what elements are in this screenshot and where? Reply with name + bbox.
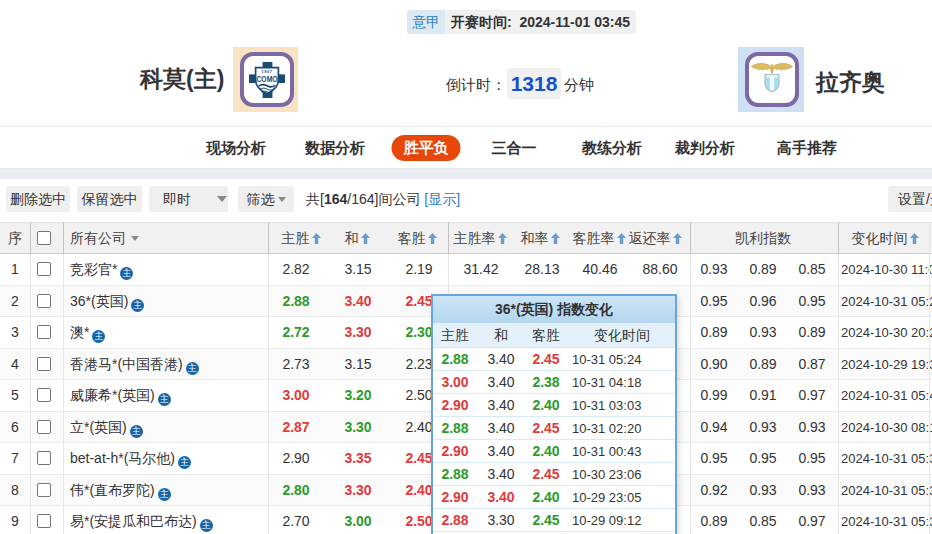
svg-text:1907: 1907 — [261, 68, 272, 73]
svg-text:COMO: COMO — [257, 74, 278, 84]
